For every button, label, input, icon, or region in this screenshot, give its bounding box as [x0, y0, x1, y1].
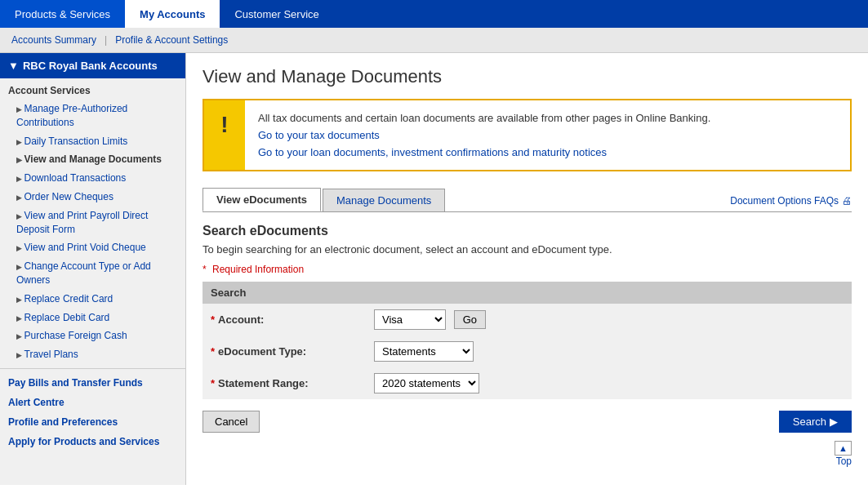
sidebar-item-profile-preferences[interactable]: Profile and Preferences: [0, 412, 185, 432]
sidebar-item-view-print-payroll[interactable]: View and Print Payroll Direct Deposit Fo…: [0, 207, 185, 239]
warning-box: ! All tax documents and certain loan doc…: [203, 99, 852, 171]
edocument-type-select[interactable]: Statements Notices Tax Documents: [374, 341, 474, 362]
sidebar-item-purchase-foreign-cash[interactable]: Purchase Foreign Cash: [0, 327, 185, 345]
statement-range-cell: 2020 statements 2019 statements 2018 sta…: [366, 367, 852, 399]
sub-nav-profile-settings[interactable]: Profile & Account Settings: [115, 34, 228, 46]
search-button[interactable]: Search ▶: [779, 411, 852, 433]
document-options-faqs-link[interactable]: Document Options FAQs 🖨: [730, 195, 852, 211]
account-row: *Account: Visa Chequing Savings Go: [203, 304, 852, 336]
sidebar-item-view-print-void[interactable]: View and Print Void Cheque: [0, 238, 185, 257]
edocument-type-row: *eDocument Type: Statements Notices Tax …: [203, 336, 852, 367]
required-note: * Required Information: [203, 264, 852, 275]
sidebar-item-download-transactions[interactable]: Download Transactions: [0, 169, 185, 188]
edocument-type-label: *eDocument Type:: [203, 336, 366, 367]
tab-view-edocuments[interactable]: View eDocuments: [203, 188, 321, 211]
print-icon: 🖨: [842, 195, 852, 207]
sidebar-header-label: RBC Royal Bank Accounts: [23, 60, 158, 72]
search-arrow-icon: ▶: [830, 416, 838, 428]
sub-nav-accounts-summary[interactable]: Accounts Summary: [11, 34, 96, 46]
sidebar-header-arrow: ▼: [8, 60, 19, 72]
sidebar: ▼ RBC Royal Bank Accounts Account Servic…: [0, 53, 186, 485]
statement-range-row: *Statement Range: 2020 statements 2019 s…: [203, 367, 852, 399]
warning-icon: !: [204, 100, 245, 170]
account-field-cell: Visa Chequing Savings Go: [366, 304, 852, 336]
tabs-row: View eDocuments Manage Documents Documen…: [203, 184, 852, 212]
search-edocuments-section: Search eDocuments To begin searching for…: [203, 224, 852, 467]
sidebar-item-change-account-type[interactable]: Change Account Type or Add Owners: [0, 257, 185, 290]
account-select[interactable]: Visa Chequing Savings: [374, 309, 446, 330]
sidebar-item-manage-pre-authorized[interactable]: Manage Pre-Authorized Contributions: [0, 100, 185, 132]
sidebar-item-view-manage-docs[interactable]: View and Manage Documents: [0, 150, 185, 169]
account-label: *Account:: [203, 304, 366, 336]
sidebar-item-order-new-cheques[interactable]: Order New Cheques: [0, 188, 185, 207]
tab-manage-documents[interactable]: Manage Documents: [323, 189, 445, 211]
sidebar-section-title: Account Services: [0, 78, 185, 100]
sidebar-item-travel-plans[interactable]: Travel Plans: [0, 345, 185, 364]
top-nav: Products & Services My Accounts Customer…: [0, 0, 868, 28]
main-content: View and Manage Documents ! All tax docu…: [186, 53, 868, 485]
search-section-title: Search eDocuments: [203, 224, 852, 238]
required-star: *: [203, 264, 207, 275]
buttons-row: Cancel Search ▶: [203, 411, 852, 433]
sidebar-divider: [0, 368, 185, 369]
page-title: View and Manage Documents: [203, 66, 852, 87]
statement-range-label: *Statement Range:: [203, 367, 366, 399]
sidebar-item-replace-credit-card[interactable]: Replace Credit Card: [0, 290, 185, 309]
warning-content: All tax documents and certain loan docum…: [245, 100, 723, 170]
loan-docs-link[interactable]: Go to your loan documents, investment co…: [258, 146, 710, 158]
sub-nav-separator: |: [105, 34, 107, 46]
nav-products-services[interactable]: Products & Services: [0, 0, 125, 28]
sidebar-item-pay-bills[interactable]: Pay Bills and Transfer Funds: [0, 373, 185, 393]
nav-customer-service[interactable]: Customer Service: [220, 0, 333, 28]
sidebar-item-daily-transaction[interactable]: Daily Transaction Limits: [0, 132, 185, 151]
search-section-desc: To begin searching for an electronic doc…: [203, 243, 852, 256]
sidebar-item-alert-centre[interactable]: Alert Centre: [0, 393, 185, 412]
search-table-header: Search: [203, 282, 852, 304]
sub-nav: Accounts Summary | Profile & Account Set…: [0, 28, 868, 53]
nav-my-accounts[interactable]: My Accounts: [125, 0, 220, 28]
sidebar-item-apply-products[interactable]: Apply for Products and Services: [0, 432, 185, 451]
top-link[interactable]: ▲ Top: [203, 441, 852, 467]
tabs: View eDocuments Manage Documents: [203, 188, 447, 211]
statement-range-select[interactable]: 2020 statements 2019 statements 2018 sta…: [374, 373, 479, 393]
cancel-button[interactable]: Cancel: [203, 411, 260, 433]
edocument-type-cell: Statements Notices Tax Documents: [366, 336, 852, 367]
top-arrow-icon: ▲: [835, 441, 852, 456]
sidebar-item-replace-debit-card[interactable]: Replace Debit Card: [0, 309, 185, 327]
go-button[interactable]: Go: [454, 310, 486, 329]
tax-docs-link[interactable]: Go to your tax documents: [258, 129, 710, 141]
warning-text: All tax documents and certain loan docum…: [258, 112, 710, 124]
sidebar-header[interactable]: ▼ RBC Royal Bank Accounts: [0, 53, 185, 78]
main-layout: ▼ RBC Royal Bank Accounts Account Servic…: [0, 53, 868, 485]
search-table: Search *Account: Visa Chequing Savings: [203, 282, 852, 399]
